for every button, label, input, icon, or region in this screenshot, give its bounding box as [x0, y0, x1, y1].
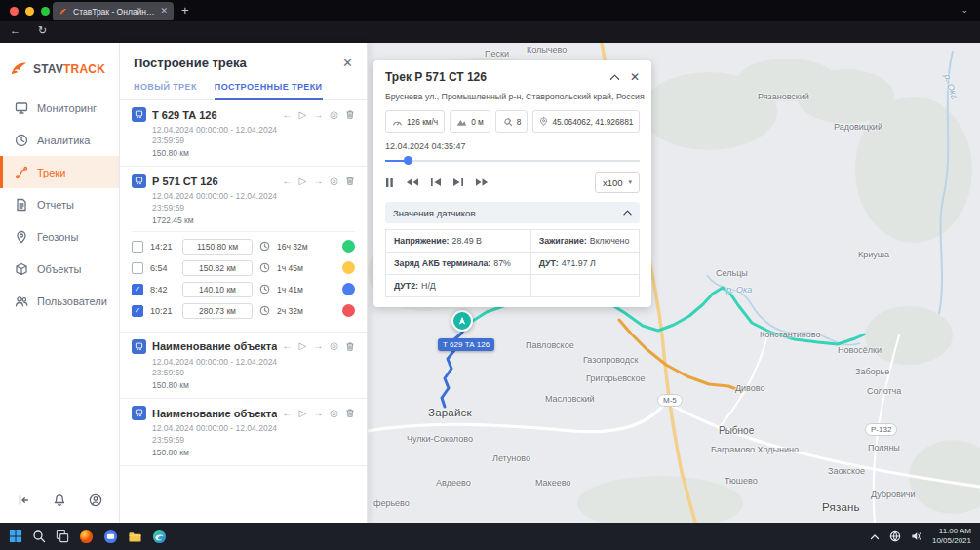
sensors-table: Напряжение:28.49 В Зажигание:Включено За…	[385, 229, 640, 297]
tray-hidden-icons-chevron[interactable]	[870, 533, 880, 540]
chevron-down-icon: ▾	[628, 178, 632, 186]
track-play-icon[interactable]: ▷	[299, 177, 307, 186]
clock-icon	[259, 241, 270, 252]
segment-checkbox[interactable]	[132, 262, 143, 274]
trash-icon[interactable]	[345, 408, 355, 418]
track-play-icon[interactable]: ▷	[299, 409, 307, 418]
track-playback-card: Трек Р 571 СТ 126 ✕ Бруснева ул., Промыш…	[373, 60, 651, 307]
tab-new-track[interactable]: НОВЫЙ ТРЕК	[134, 77, 197, 99]
track-next-icon[interactable]: →	[313, 341, 323, 351]
segment-duration: 2ч 32м	[277, 306, 335, 316]
sensors-section-header[interactable]: Значения датчиков	[385, 202, 640, 223]
track-prev-icon[interactable]: ←	[283, 409, 293, 418]
map-label: Заборье	[855, 367, 889, 376]
profile-icon[interactable]	[89, 493, 102, 507]
search-button[interactable]	[32, 530, 46, 543]
track-prev-icon[interactable]: ←	[283, 177, 293, 186]
new-tab-button[interactable]: +	[181, 3, 189, 18]
map-label: Авдеево	[436, 478, 471, 488]
track-next-icon[interactable]: →	[313, 110, 323, 120]
track-next-icon[interactable]: →	[313, 177, 323, 186]
chat-taskbar-icon[interactable]	[103, 530, 118, 544]
file-explorer-icon[interactable]	[128, 530, 142, 543]
collapse-sidebar-icon[interactable]	[17, 493, 30, 507]
segment-checkbox[interactable]	[132, 284, 143, 295]
track-locate-icon[interactable]: ◎	[330, 110, 338, 120]
map-label: Газопроводск	[583, 355, 638, 365]
sidebar-item-tracks[interactable]: Треки	[0, 156, 119, 188]
bell-icon[interactable]	[53, 493, 66, 507]
vehicle-marker[interactable]	[451, 310, 473, 332]
stavtrack-logo[interactable]: STAVTRACK	[0, 43, 119, 92]
track-list-item[interactable]: Наименование объекта ← ▷ → ◎ 12.04.2024 …	[120, 333, 367, 399]
network-globe-icon[interactable]	[889, 530, 901, 542]
track-prev-icon[interactable]: ←	[283, 341, 293, 351]
firefox-taskbar-icon[interactable]	[79, 530, 94, 544]
tab-built-tracks[interactable]: ПОСТРОЕННЫЕ ТРЕКИ	[215, 77, 323, 100]
map[interactable]: Колычево Пески Рязановский Радовицкий Кр…	[368, 43, 980, 523]
browser-tab[interactable]: СтавТрак - Онлайн мониторинг ✕	[53, 2, 174, 20]
step-back-button[interactable]	[430, 177, 442, 187]
clock-icon	[259, 284, 270, 295]
edge-taskbar-icon[interactable]	[152, 530, 167, 544]
map-label: ферьево	[373, 498, 410, 508]
sidebar-item-geozones[interactable]: Геозоны	[0, 220, 119, 253]
close-card-icon[interactable]: ✕	[630, 71, 640, 83]
playback-speed-select[interactable]: x100 ▾	[595, 172, 640, 193]
reload-button[interactable]: ↻	[38, 24, 47, 37]
playback-slider[interactable]	[385, 156, 640, 165]
slider-thumb[interactable]	[404, 156, 412, 165]
step-forward-button[interactable]	[452, 177, 464, 187]
track-list-item[interactable]: Р 571 СТ 126 ← ▷ → ◎ 12.04.2024 00:00:00…	[120, 167, 367, 332]
segment-checkbox[interactable]	[132, 305, 143, 317]
segment-color-dot	[342, 240, 355, 253]
track-locate-icon[interactable]: ◎	[330, 409, 338, 418]
trash-icon[interactable]	[345, 341, 355, 352]
maximize-window-button[interactable]	[41, 7, 50, 16]
minimize-window-button[interactable]	[25, 7, 34, 16]
track-list-item[interactable]: Наименование объекта ← ▷ → ◎ 12.04.2024 …	[120, 399, 367, 465]
sidebar-item-objects[interactable]: Объекты	[0, 253, 119, 285]
sidebar-item-monitoring[interactable]: Мониторинг	[0, 92, 119, 124]
skip-back-button[interactable]	[405, 177, 419, 187]
trash-icon[interactable]	[345, 109, 355, 120]
collapse-card-chevron-icon[interactable]	[609, 73, 620, 81]
track-play-icon[interactable]: ▷	[299, 110, 307, 120]
list-tabs-chevron-icon[interactable]: ⌄	[960, 5, 968, 15]
segment-color-dot	[342, 261, 355, 274]
sidebar-item-label: Объекты	[37, 263, 81, 275]
segment-checkbox[interactable]	[132, 241, 143, 253]
volume-icon[interactable]	[911, 530, 922, 542]
track-locate-icon[interactable]: ◎	[330, 177, 338, 186]
track-locate-icon[interactable]: ◎	[330, 341, 338, 351]
map-label: Тюшево	[725, 476, 758, 486]
sidebar-item-users[interactable]: Пользователи	[0, 285, 119, 317]
satellites-stat: 8	[495, 110, 529, 133]
task-view-button[interactable]	[56, 530, 69, 543]
track-next-icon[interactable]: →	[313, 409, 323, 418]
start-button[interactable]	[9, 530, 22, 543]
track-play-icon[interactable]: ▷	[299, 341, 307, 351]
skip-forward-button[interactable]	[475, 177, 490, 187]
segment-row: 14:21 1150.80 км 16ч 32м	[132, 236, 355, 257]
map-label: Летуново	[492, 453, 530, 463]
sensor-cell: Заряд АКБ терминала:87%	[386, 253, 530, 274]
trash-icon[interactable]	[345, 176, 355, 186]
sidebar-item-analytics[interactable]: Аналитика	[0, 124, 119, 156]
current-address: Бруснева ул., Промышленный р-н, Ставропо…	[385, 92, 640, 101]
panel-close-icon[interactable]: ✕	[342, 57, 353, 69]
track-list-item[interactable]: Т 629 ТА 126 ← ▷ → ◎ 12.04.2024 00:00:00…	[120, 100, 367, 167]
close-window-button[interactable]	[10, 7, 19, 16]
slider-rail[interactable]	[385, 160, 640, 162]
track-card-title: Трек Р 571 СТ 126	[385, 70, 600, 84]
taskbar-clock[interactable]: 11:00 AM 10/05/2021	[932, 527, 971, 547]
browser-titlebar: СтавТрак - Онлайн мониторинг ✕ + ⌄	[0, 0, 980, 21]
sidebar-item-reports[interactable]: Отчеты	[0, 188, 119, 220]
map-label: Зарайск	[428, 407, 472, 418]
road-badge: М-5	[657, 394, 683, 407]
tab-close-icon[interactable]: ✕	[160, 7, 168, 16]
back-button[interactable]: ←	[10, 24, 20, 37]
vehicle-label-chip[interactable]: Т 629 ТА 126	[438, 338, 494, 351]
track-prev-icon[interactable]: ←	[283, 110, 293, 120]
pause-button[interactable]	[385, 177, 394, 188]
